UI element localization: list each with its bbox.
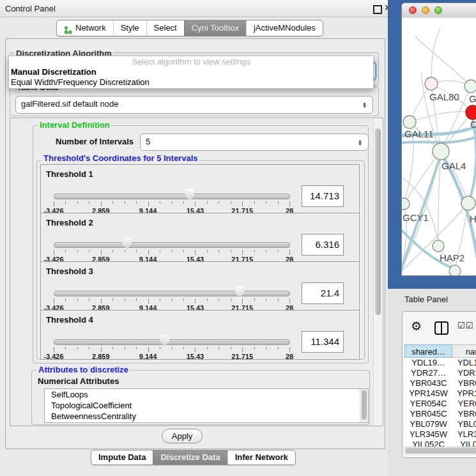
table-row[interactable]: YER054CYER054C	[404, 399, 476, 409]
node-hap2[interactable]	[433, 240, 444, 252]
table-cell[interactable]: YBL079W	[404, 419, 452, 429]
node-gcy1[interactable]	[402, 198, 410, 210]
close-traffic-light[interactable]	[409, 6, 417, 14]
numerical-attributes-label: Numerical Attributes	[38, 376, 119, 386]
node-label-clipped-ga: GA	[469, 93, 476, 104]
number-of-intervals-value: 5	[146, 137, 150, 146]
slider-tick-label: 21.715	[231, 353, 253, 360]
table-cell[interactable]: YPR145W	[404, 388, 452, 399]
table-cell[interactable]: YER054C	[452, 399, 476, 409]
table-row[interactable]: YDR27…YDR277C	[404, 368, 476, 378]
network-window-titlebar[interactable]	[402, 3, 476, 19]
network-view-window[interactable]: GAL80 GA C GAL11 GAL4 GCY1 H HAP2	[401, 3, 476, 276]
node-red-selected[interactable]	[466, 105, 476, 119]
node-label-gal11: GAL11	[404, 128, 434, 139]
tab-select[interactable]: Select	[146, 20, 184, 36]
tab-discretize-data[interactable]: Discretize Data	[153, 450, 227, 464]
attributes-list-scrollbar[interactable]	[360, 389, 368, 422]
algorithm-popup-hint: Select algorithm to view settings	[9, 57, 373, 67]
table-cell[interactable]: YDL194W	[452, 358, 476, 368]
node-clipped-bottom[interactable]	[449, 265, 461, 275]
number-of-intervals-label: Number of Intervals	[56, 137, 134, 146]
node-clipped-top-right[interactable]	[464, 80, 476, 93]
scrollbar-thumb[interactable]	[375, 128, 381, 315]
table-cell[interactable]: YBR045C	[452, 409, 476, 419]
algorithm-dropdown-popup: Select algorithm to view settings Manual…	[8, 56, 374, 89]
threshold-4-row: Threshold 4 -3.4262.8599.14415.4321.7152…	[40, 310, 360, 360]
table-row[interactable]: YBR043CYBR043C	[404, 378, 476, 388]
zoom-traffic-light[interactable]	[434, 6, 442, 14]
network-graph: GAL80 GA C GAL11 GAL4 GCY1 H HAP2	[402, 18, 476, 275]
column-layout-icon[interactable]	[434, 321, 449, 335]
threshold-2-slider-track[interactable]	[54, 242, 290, 248]
numerical-attribute-item[interactable]: TopologicalCoefficient	[45, 400, 368, 411]
threshold-3-slider-track[interactable]	[54, 291, 290, 296]
threshold-4-slider-track[interactable]	[54, 339, 290, 345]
node-h[interactable]	[461, 196, 475, 210]
table-data-combobox[interactable]: galFiltered.sif default node ▲▼	[15, 96, 373, 114]
tab-cyni-toolbox[interactable]: Cyni Toolbox	[184, 20, 246, 36]
slider-tick-label: 9.144	[139, 353, 157, 360]
threshold-3-value-field[interactable]: 21.4	[302, 282, 344, 304]
tab-network[interactable]: Network	[57, 20, 113, 36]
table-cell[interactable]: YBR045C	[404, 409, 452, 419]
threshold-2-value-field[interactable]: 6.316	[302, 234, 344, 256]
table-cell[interactable]: YBR043C	[404, 378, 452, 388]
column-header-shared-name[interactable]: shared…	[404, 344, 452, 358]
minimize-traffic-light[interactable]	[422, 6, 429, 14]
threshold-4-value-field[interactable]: 11.344	[302, 331, 344, 353]
table-cell[interactable]: YDL19…	[404, 358, 452, 368]
threshold-2-slider-ticks	[54, 250, 289, 256]
network-icon	[64, 24, 72, 33]
apply-button[interactable]: Apply	[162, 429, 203, 443]
table-cell[interactable]: YPR145W	[452, 388, 476, 399]
numerical-attribute-item[interactable]: SelfLoops	[45, 389, 368, 400]
table-row[interactable]: YDL19…YDL194W	[404, 358, 476, 368]
node-gal4[interactable]	[433, 143, 449, 160]
number-of-intervals-combobox[interactable]: 5 ▲▼	[140, 134, 369, 151]
scrollbar-thumb[interactable]	[405, 448, 476, 454]
table-row[interactable]: YLR345WYLR345W	[404, 429, 476, 440]
table-horizontal-scrollbar[interactable]	[404, 447, 476, 455]
node-label-clipped-c: C	[470, 119, 476, 130]
table-cell[interactable]: YBL079W	[452, 419, 476, 429]
node-table-container: ⚙ ☑☑ shared… name YDL19…YDL194WYDR27…YDR…	[402, 311, 476, 458]
network-nodes[interactable]	[402, 77, 476, 275]
cyni-mode-tabs: Impute Data Discretize Data Infer Networ…	[91, 450, 296, 465]
numerical-attribute-item[interactable]: BetweennessCentrality	[45, 411, 368, 422]
column-header-name[interactable]: name	[452, 344, 476, 358]
tab-style[interactable]: Style	[113, 20, 146, 36]
tab-jactivemnodules[interactable]: jActiveMNodules	[246, 20, 323, 36]
interval-definition-group-label: Interval Definition	[38, 120, 112, 130]
select-columns-icon[interactable]: ☑☑	[457, 321, 473, 330]
table-cell[interactable]: YDR27…	[404, 368, 452, 378]
table-cell[interactable]: YBR043C	[452, 378, 476, 388]
threshold-1-slider-track[interactable]	[54, 194, 290, 199]
node-gal11[interactable]	[403, 116, 416, 128]
screen: Control Panel ✕ Network Style Se	[0, 0, 476, 476]
algorithm-option-manual[interactable]: Manual Discretization	[9, 67, 373, 77]
gear-icon[interactable]: ⚙	[411, 319, 422, 334]
float-window-icon[interactable]	[373, 5, 382, 14]
table-cell[interactable]: YLR345W	[452, 429, 476, 440]
algorithm-option-equal-width[interactable]: Equal Width/Frequency Discretization	[9, 77, 373, 88]
settings-vertical-scrollbar[interactable]	[373, 118, 383, 426]
network-canvas[interactable]: GAL80 GA C GAL11 GAL4 GCY1 H HAP2	[402, 18, 476, 275]
table-cell[interactable]: YER054C	[404, 399, 452, 409]
table-cell[interactable]: YDR277C	[452, 368, 476, 378]
tab-impute-data[interactable]: Impute Data	[91, 450, 153, 464]
table-row[interactable]: YPR145WYPR145W	[404, 388, 476, 399]
node-gal80[interactable]	[425, 77, 438, 90]
table-header: shared… name	[404, 344, 476, 358]
table-row[interactable]: YBR045CYBR045C	[404, 409, 476, 419]
threshold-1-value-field[interactable]: 14.713	[302, 185, 344, 207]
table-row[interactable]: YBL079WYBL079W	[404, 419, 476, 429]
threshold-4-label: Threshold 4	[46, 315, 93, 325]
tab-infer-network[interactable]: Infer Network	[227, 450, 295, 464]
control-panel-titlebar: Control Panel ✕	[0, 0, 388, 17]
scrollbar-thumb[interactable]	[362, 390, 367, 420]
threshold-1-row: Threshold 1 -3.4262.8599.14415.4321.7152…	[40, 164, 360, 214]
table-cell[interactable]: YLR345W	[404, 429, 452, 440]
numerical-attributes-list[interactable]: SelfLoopsTopologicalCoefficientBetweenne…	[44, 388, 369, 423]
threshold-2-row: Threshold 2 -3.4262.8599.14415.4321.7152…	[40, 213, 360, 263]
